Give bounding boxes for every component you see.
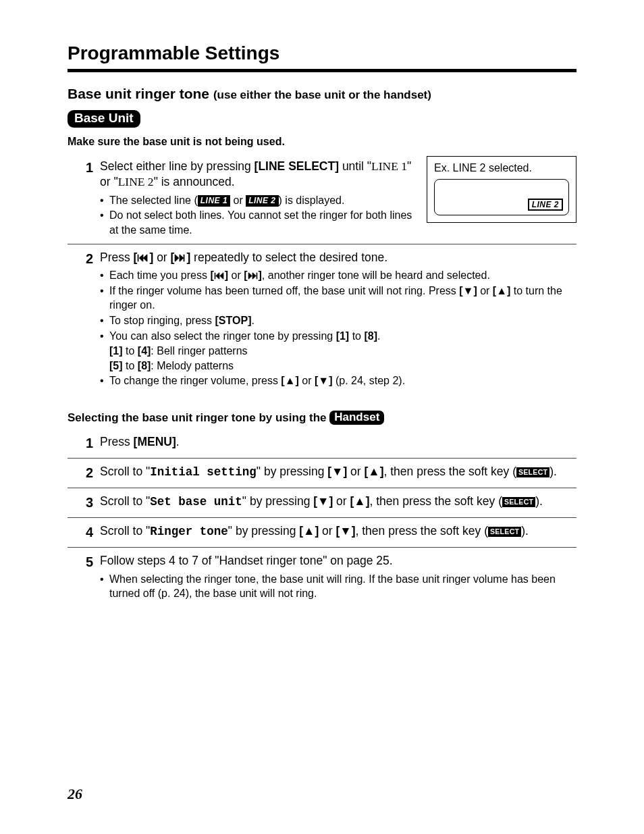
step: 1Press [MENU].	[68, 429, 576, 459]
step-number: 3	[68, 494, 100, 512]
step-main-text: Press [MENU].	[100, 434, 576, 450]
step-body: Scroll to "Ringer tone" by pressing [▲] …	[100, 523, 576, 542]
bullet-item: Do not select both lines. You cannot set…	[100, 208, 576, 237]
step-bullets: The selected line (LINE 1 or LINE 2) is …	[100, 193, 576, 238]
step-bullets: Each time you press [⏮] or [⏭], another …	[100, 268, 576, 388]
bullet-item: When selecting the ringer tone, the base…	[100, 572, 576, 601]
step: 5Follow steps 4 to 7 of "Handset ringer …	[68, 548, 576, 607]
step-body: Scroll to "Set base unit" by pressing [▼…	[100, 494, 576, 512]
step-bullets: When selecting the ringer tone, the base…	[100, 572, 576, 601]
page-number: 26	[68, 784, 82, 804]
base-unit-pill: Base Unit	[68, 110, 140, 128]
step-main-text: Follow steps 4 to 7 of "Handset ringer t…	[100, 553, 576, 569]
step-number: 4	[68, 523, 100, 542]
title-rule	[68, 69, 576, 72]
step-body: Scroll to "Initial setting" by pressing …	[100, 464, 576, 482]
warning-text: Make sure the base unit is not being use…	[68, 134, 576, 149]
bullet-item: The selected line (LINE 1 or LINE 2) is …	[100, 193, 576, 208]
handset-heading-text: Selecting the base unit ringer tone by u…	[68, 411, 329, 424]
step-main-text: Scroll to "Ringer tone" by pressing [▲] …	[100, 523, 576, 540]
sub-heading-main: Base unit ringer tone	[68, 86, 213, 101]
subline: [5] to [8]: Melody patterns	[100, 359, 576, 373]
step-body: Ex. LINE 2 selected.LINE 2Select either …	[100, 159, 576, 238]
bullet-item: Each time you press [⏮] or [⏭], another …	[100, 268, 576, 283]
step-main-text: Press [⏮] or [⏭] repeatedly to select th…	[100, 250, 576, 266]
handset-steps: 1Press [MENU].2Scroll to "Initial settin…	[68, 429, 576, 607]
section-title: Programmable Settings	[68, 41, 576, 66]
bullet-item: You can also select the ringer tone by p…	[100, 329, 576, 344]
step: 4Scroll to "Ringer tone" by pressing [▲]…	[68, 518, 576, 548]
step: 1Ex. LINE 2 selected.LINE 2Select either…	[68, 153, 576, 244]
step: 2Press [⏮] or [⏭] repeatedly to select t…	[68, 244, 576, 394]
step: 2Scroll to "Initial setting" by pressing…	[68, 459, 576, 488]
step: 3Scroll to "Set base unit" by pressing […	[68, 488, 576, 518]
line-chip: LINE 1	[198, 195, 230, 207]
step-number: 1	[68, 159, 100, 238]
line-chip: LINE 2	[246, 195, 278, 207]
select-chip: SELECT	[488, 527, 521, 537]
step-number: 2	[68, 250, 100, 389]
example-caption: Ex. LINE 2 selected.	[434, 161, 569, 176]
select-chip: SELECT	[502, 497, 535, 507]
step-main-text: Scroll to "Initial setting" by pressing …	[100, 464, 576, 481]
sub-heading-note: (use either the base unit or the handset…	[213, 88, 431, 101]
step-number: 2	[68, 464, 100, 482]
subline: [1] to [4]: Bell ringer patterns	[100, 344, 576, 359]
select-chip: SELECT	[516, 467, 549, 477]
base-unit-steps: 1Ex. LINE 2 selected.LINE 2Select either…	[68, 153, 576, 394]
handset-heading: Selecting the base unit ringer tone by u…	[68, 411, 576, 426]
sub-heading: Base unit ringer tone (use either the ba…	[68, 84, 576, 103]
step-main-text: Scroll to "Set base unit" by pressing [▼…	[100, 494, 576, 511]
step-body: Press [MENU].	[100, 434, 576, 452]
bullet-item: If the ringer volume has been turned off…	[100, 284, 576, 313]
bullet-item: To stop ringing, press [STOP].	[100, 313, 576, 328]
handset-pill: Handset	[329, 411, 384, 425]
step-body: Press [⏮] or [⏭] repeatedly to select th…	[100, 250, 576, 389]
step-number: 1	[68, 434, 100, 452]
step-body: Follow steps 4 to 7 of "Handset ringer t…	[100, 553, 576, 602]
manual-page: Programmable Settings Base unit ringer t…	[0, 0, 644, 834]
bullet-item: To change the ringer volume, press [▲] o…	[100, 373, 576, 388]
step-number: 5	[68, 553, 100, 602]
